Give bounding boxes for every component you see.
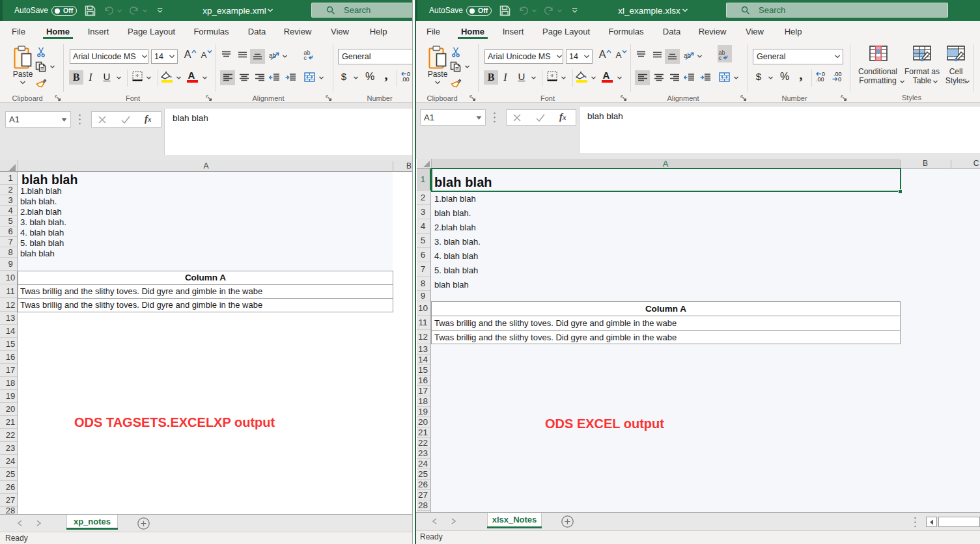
svg-text:c: c <box>719 55 722 61</box>
svg-text:c: c <box>304 55 307 61</box>
svg-text:.00: .00 <box>816 76 824 82</box>
svg-text:.00: .00 <box>401 76 410 82</box>
svg-text:0: 0 <box>838 76 841 82</box>
